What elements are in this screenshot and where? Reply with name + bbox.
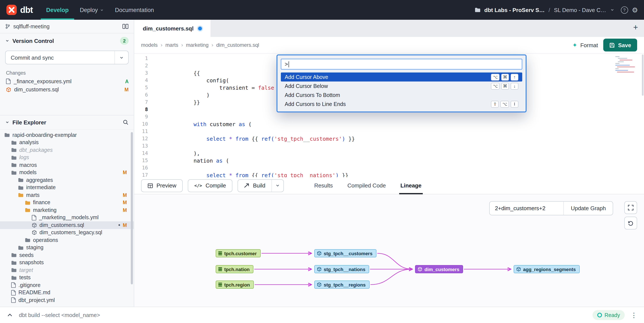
database-icon xyxy=(218,267,222,271)
file-tree-row[interactable]: dim_customers.sql • M xyxy=(0,221,134,229)
lineage-node[interactable]: tpch.region xyxy=(216,280,254,289)
update-graph-button[interactable]: Update Graph xyxy=(564,202,613,215)
project-selector[interactable]: SL Demo - Dave C… xyxy=(554,7,606,13)
gear-icon[interactable]: ⚙ xyxy=(632,6,638,14)
action-button[interactable]: </> Preview xyxy=(141,179,183,192)
command-palette-item[interactable]: Add Cursor Below ⌥⌘↓ xyxy=(281,82,522,91)
lineage-node[interactable]: stg_tpch__regions xyxy=(314,280,370,289)
lineage-node[interactable]: agg_regions_segments xyxy=(514,265,580,273)
nav-link[interactable]: Deploy xyxy=(74,0,109,20)
result-pane-tab[interactable]: Compiled Code xyxy=(340,177,393,194)
line-number: 10 xyxy=(134,121,155,128)
file-tree-row[interactable]: target • xyxy=(0,266,134,274)
breadcrumb-item[interactable]: models xyxy=(141,42,165,48)
file-tree-name: logs xyxy=(19,155,29,161)
chevron-down-icon[interactable] xyxy=(272,180,284,192)
line-number: 3 xyxy=(134,70,155,77)
dbt-logo[interactable]: dbt xyxy=(6,4,39,16)
command-input[interactable]: dbt build --select <model_name> xyxy=(19,312,100,318)
docs-book-icon[interactable] xyxy=(122,24,129,29)
fullscreen-button[interactable] xyxy=(624,201,637,214)
changed-file-row[interactable]: dim_customers.sql M xyxy=(0,85,134,94)
file-tree-row[interactable]: macros • xyxy=(0,161,134,169)
nav-link-label: Develop xyxy=(46,7,68,13)
file-tree-row[interactable]: finance • M xyxy=(0,199,134,206)
overflow-menu-icon[interactable]: ⋮ xyxy=(631,311,637,319)
file-tree-row[interactable]: models • M xyxy=(0,169,134,176)
lineage-node[interactable]: stg_tpch__nations xyxy=(314,265,369,273)
file-tree-row[interactable]: snapshots • xyxy=(0,259,134,266)
lineage-node[interactable]: tpch.customer xyxy=(216,249,261,257)
action-button-label: Compile xyxy=(206,182,226,189)
nav-link[interactable]: Documentation xyxy=(109,0,160,20)
editor-scrollbar[interactable] xyxy=(642,55,644,96)
lineage-node-label: agg_regions_segments xyxy=(523,267,576,272)
save-button[interactable]: Save xyxy=(603,39,637,52)
action-button[interactable]: </> Compile xyxy=(188,179,232,192)
file-tree-row[interactable]: dim_customers_legacy.sql • xyxy=(0,229,134,236)
breadcrumb-item[interactable]: dim_customers.sql xyxy=(216,42,259,48)
file-tree-name: finance xyxy=(33,200,50,206)
lineage-node[interactable]: stg_tpch__customers xyxy=(314,249,376,257)
result-pane-tab[interactable]: Lineage xyxy=(393,177,429,194)
ready-label: Ready xyxy=(604,312,620,318)
file-tree-row[interactable]: tests • xyxy=(0,274,134,281)
file-explorer-header[interactable]: File Explorer xyxy=(0,115,134,130)
file-tree-row[interactable]: rapid-onboarding-exemplar • xyxy=(0,131,134,139)
brand-text: dbt xyxy=(20,5,33,15)
file-tree-row[interactable]: _marketing__models.yml • xyxy=(0,214,134,221)
sidebar: sqlfluff-meeting Version Control 2 Commi… xyxy=(0,20,134,307)
file-tree-row[interactable]: logs • xyxy=(0,154,134,161)
folder-icon xyxy=(11,275,17,280)
file-tree-row[interactable]: README.md • xyxy=(0,289,134,296)
reset-view-button[interactable] xyxy=(624,217,637,229)
changed-file-row[interactable]: _finance_exposures.yml A xyxy=(0,77,134,85)
lineage-selector-input[interactable]: 2+dim_customers+2 xyxy=(490,202,564,215)
command-palette-item[interactable]: Add Cursors To Bottom xyxy=(281,91,522,100)
file-tree-row[interactable]: marts • M xyxy=(0,191,134,199)
commit-and-sync-button[interactable]: Commit and sync xyxy=(5,51,129,64)
nav-link-label: Documentation xyxy=(115,7,154,13)
breadcrumb-item[interactable]: marts xyxy=(165,42,186,48)
git-branch-icon xyxy=(5,24,10,29)
search-icon[interactable] xyxy=(123,119,129,125)
file-tree-row[interactable]: seeds • xyxy=(0,251,134,259)
command-palette-item[interactable]: Add Cursors to Line Ends ⇧⌥I xyxy=(281,100,522,109)
lineage-node[interactable]: tpch.nation xyxy=(216,265,254,273)
lineage-node[interactable]: dim_customers xyxy=(415,265,463,273)
code-token: * xyxy=(229,172,232,177)
action-button-label: Preview xyxy=(156,182,176,189)
chevron-down-icon[interactable] xyxy=(114,51,128,64)
file-tree-row[interactable]: dbt_packages • xyxy=(0,146,134,154)
chevron-up-icon[interactable] xyxy=(7,312,13,318)
action-button[interactable]: </> Build xyxy=(238,179,284,192)
git-status-letter: M xyxy=(123,170,127,175)
account-selector[interactable]: dbt Labs - ProServ S… xyxy=(484,7,545,13)
line-number: 16 xyxy=(134,164,155,172)
command-palette-item[interactable]: Add Cursor Above ⌥⌘↑ xyxy=(281,73,522,82)
format-button[interactable]: ✦ Format xyxy=(572,42,598,49)
file-icon xyxy=(6,79,11,84)
file-tree-row[interactable]: analysis • xyxy=(0,139,134,146)
file-tree-row[interactable]: operations • xyxy=(0,236,134,244)
file-tree-row[interactable]: intermediate • xyxy=(0,184,134,191)
tree-scrollbar[interactable] xyxy=(131,132,133,284)
file-tree-row[interactable]: marketing • M xyxy=(0,206,134,214)
file-tree-row[interactable]: staging • xyxy=(0,244,134,251)
chevron-down-icon[interactable] xyxy=(610,8,614,12)
file-tree-row[interactable]: .gitignore • xyxy=(0,281,134,289)
command-palette-input[interactable]: > xyxy=(281,59,522,70)
version-control-header[interactable]: Version Control 2 xyxy=(0,34,134,48)
result-pane-tab[interactable]: Results xyxy=(307,177,340,194)
file-tree-row[interactable]: aggregates • xyxy=(0,176,134,184)
breadcrumb-item[interactable]: marketing xyxy=(186,42,216,48)
new-tab-button[interactable]: + xyxy=(633,23,638,32)
editor-tab[interactable]: dim_customers.sql xyxy=(134,20,210,37)
nav-link[interactable]: Develop xyxy=(40,0,74,20)
help-icon[interactable]: ? xyxy=(621,6,628,14)
file-tree-row[interactable]: dbt_project.yml • xyxy=(0,296,134,304)
branch-selector[interactable]: sqlfluff-meeting xyxy=(0,20,134,34)
minimap[interactable] xyxy=(614,55,639,107)
folder-icon xyxy=(18,245,24,250)
code-token: select xyxy=(206,172,226,177)
